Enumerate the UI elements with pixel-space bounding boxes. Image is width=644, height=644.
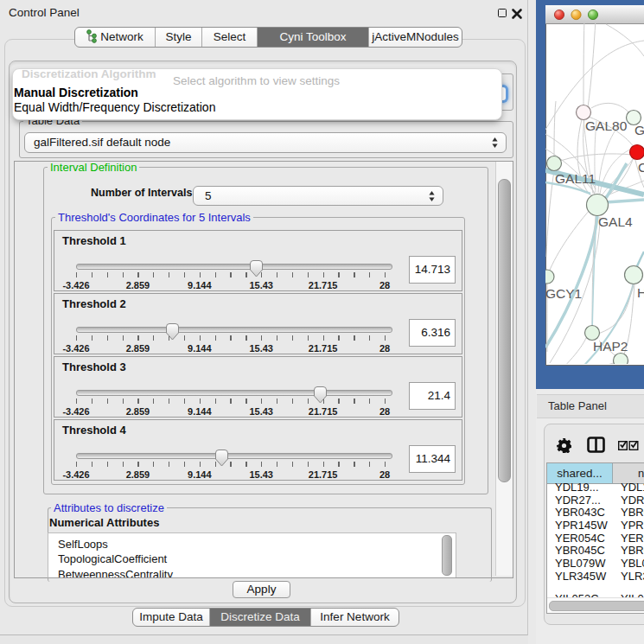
svg-text:HAP2: HAP2: [593, 339, 628, 354]
svg-text:GCY1: GCY1: [545, 286, 582, 301]
svg-text:C: C: [638, 160, 644, 175]
svg-text:GAL11: GAL11: [555, 171, 596, 186]
svg-text:GAL4: GAL4: [598, 214, 633, 229]
svg-text:GA: GA: [634, 123, 644, 137]
svg-text:GAL80: GAL80: [585, 118, 628, 133]
svg-text:H: H: [637, 285, 644, 300]
